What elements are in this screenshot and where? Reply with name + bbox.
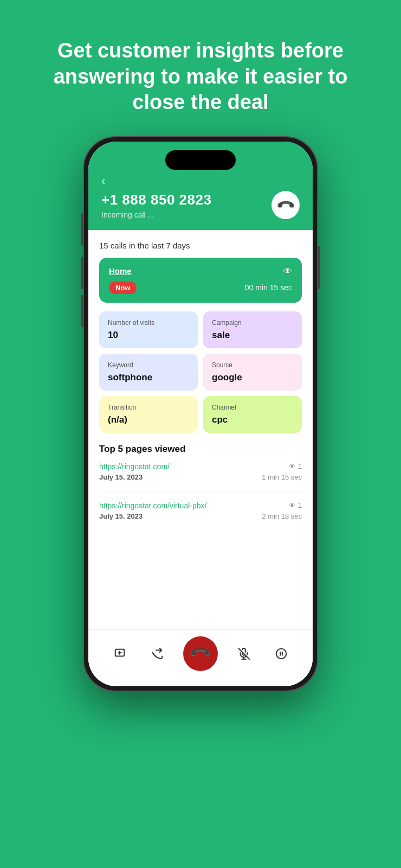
end-call-button[interactable]: 📞	[271, 191, 300, 219]
calls-summary: 15 calls in the last 7 days	[99, 241, 302, 250]
hero-section: Get customer insights before answering t…	[0, 0, 401, 137]
back-arrow-icon[interactable]: ‹	[101, 174, 105, 188]
transition-value: (n/a)	[108, 414, 189, 425]
view-count-1: 1	[298, 462, 302, 470]
info-card-visits: Number of visits 10	[99, 311, 198, 348]
phone-screen: ‹ +1 888 850 2823 Incoming call ... 📞 15…	[88, 142, 313, 686]
info-card-campaign: Campaign sale	[203, 311, 302, 348]
page-card-footer: Now 00 min 15 sec	[109, 282, 292, 294]
source-label: Source	[212, 361, 293, 369]
now-badge: Now	[109, 282, 137, 294]
page-time-2: 2 min 18 sec	[262, 512, 302, 520]
visits-label: Number of visits	[108, 319, 189, 327]
channel-value: cpc	[212, 414, 293, 425]
page-entry-1: https://ringostat.com/ 👁 1 July 15. 2023…	[99, 462, 302, 492]
info-card-keyword: Keyword softphone	[99, 354, 198, 391]
keyword-label: Keyword	[108, 361, 189, 369]
content-area: 15 calls in the last 7 days Home 👁 Now 0…	[88, 230, 313, 686]
bottom-call-bar: 📞	[88, 629, 313, 686]
campaign-value: sale	[212, 330, 293, 341]
phone-number: +1 888 850 2823	[101, 192, 300, 208]
page-url-2[interactable]: https://ringostat.com/virtual-pbx/	[99, 501, 289, 510]
end-call-center-button[interactable]: 📞	[183, 636, 218, 671]
eye-icon: 👁	[283, 266, 292, 276]
top-pages-title: Top 5 pages viewed	[99, 444, 302, 455]
source-value: google	[212, 372, 293, 383]
phone-frame: ‹ +1 888 850 2823 Incoming call ... 📞 15…	[84, 137, 317, 691]
info-card-source: Source google	[203, 354, 302, 391]
call-duration: 00 min 15 sec	[245, 283, 292, 292]
dynamic-island	[165, 150, 236, 170]
keyword-value: softphone	[108, 372, 189, 383]
current-page-title[interactable]: Home	[109, 266, 132, 276]
hero-text: Get customer insights before answering t…	[0, 0, 401, 137]
page-views-2: 👁 1	[289, 501, 302, 509]
info-card-channel: Channel cpc	[203, 396, 302, 433]
page-date-2: July 15. 2023	[99, 512, 143, 520]
page-time-1: 1 min 15 sec	[262, 473, 302, 481]
view-count-2: 1	[298, 501, 302, 509]
info-cards-grid: Number of visits 10 Campaign sale Keywor…	[99, 311, 302, 433]
end-call-icon: 📞	[275, 195, 295, 215]
eye-icon-1: 👁	[289, 462, 296, 470]
incoming-status: Incoming call ...	[101, 210, 300, 219]
mute-button[interactable]	[233, 643, 255, 665]
page-views-1: 👁 1	[289, 462, 302, 470]
add-message-button[interactable]	[109, 643, 131, 665]
page-entry-2-header: https://ringostat.com/virtual-pbx/ 👁 1	[99, 501, 302, 510]
campaign-label: Campaign	[212, 319, 293, 327]
eye-icon-2: 👁	[289, 501, 296, 509]
page-url-1[interactable]: https://ringostat.com/	[99, 462, 289, 471]
pause-button[interactable]	[270, 643, 292, 665]
page-entry-2: https://ringostat.com/virtual-pbx/ 👁 1 J…	[99, 501, 302, 530]
visits-value: 10	[108, 330, 189, 341]
page-entry-1-header: https://ringostat.com/ 👁 1	[99, 462, 302, 471]
transfer-call-button[interactable]	[146, 643, 168, 665]
page-entry-1-footer: July 15. 2023 1 min 15 sec	[99, 473, 302, 481]
transition-label: Transition	[108, 404, 189, 411]
phone-mockup: ‹ +1 888 850 2823 Incoming call ... 📞 15…	[84, 137, 317, 691]
page-date-1: July 15. 2023	[99, 473, 143, 481]
current-page-card: Home 👁 Now 00 min 15 sec	[99, 258, 302, 303]
info-card-transition: Transition (n/a)	[99, 396, 198, 433]
page-card-header: Home 👁	[109, 266, 292, 276]
end-call-center-icon: 📞	[189, 641, 213, 666]
svg-point-7	[276, 648, 286, 658]
channel-label: Channel	[212, 404, 293, 411]
page-entry-2-footer: July 15. 2023 2 min 18 sec	[99, 512, 302, 520]
